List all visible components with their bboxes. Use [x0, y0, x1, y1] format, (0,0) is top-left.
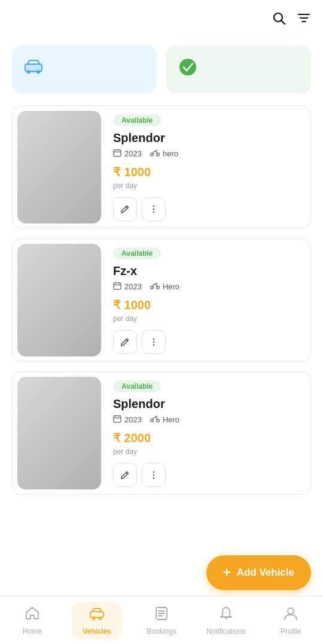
vehicle-card: Available Splendor 2023	[12, 105, 311, 229]
nav-item-home[interactable]: Home	[0, 606, 65, 636]
nav-item-notifications[interactable]: Notifications	[194, 606, 258, 636]
bike-icon	[150, 415, 160, 425]
vehicle-price: ₹ 1000	[113, 298, 303, 312]
bike-icon	[150, 149, 160, 159]
header	[0, 0, 323, 35]
nav-label-vehicles: Vehicles	[83, 627, 111, 636]
nav-label-home: Home	[23, 627, 42, 636]
vehicle-card: Available Fz-x 2023	[12, 238, 311, 362]
nav-active-bg: Vehicles	[72, 602, 122, 639]
nav-item-vehicles[interactable]: Vehicles	[65, 602, 129, 639]
svg-point-38	[153, 474, 155, 476]
year-meta: 2023	[113, 282, 142, 292]
calendar-icon	[113, 415, 121, 425]
svg-point-7	[27, 70, 31, 74]
svg-point-17	[153, 205, 155, 207]
brand-meta: Hero	[150, 282, 179, 292]
svg-point-41	[92, 617, 95, 619]
svg-point-8	[36, 70, 40, 74]
add-icon: +	[223, 565, 231, 580]
nav-icon-bookings	[154, 606, 169, 625]
svg-rect-30	[114, 416, 121, 422]
vehicle-actions	[113, 463, 303, 487]
svg-line-26	[126, 340, 128, 341]
svg-point-28	[153, 341, 155, 343]
vehicle-info: Available Fz-x 2023	[106, 239, 310, 361]
svg-point-37	[153, 471, 155, 473]
available-card	[166, 46, 311, 93]
edit-button[interactable]	[113, 330, 137, 354]
add-vehicle-label: Add Vehicle	[237, 567, 294, 579]
svg-rect-20	[114, 283, 121, 289]
vehicle-meta: 2023 Hero	[113, 282, 303, 292]
svg-rect-40	[90, 612, 103, 618]
more-options-button[interactable]	[142, 197, 166, 221]
nav-label-bookings: Bookings	[147, 627, 176, 636]
more-options-button[interactable]	[142, 330, 166, 354]
bike-icon	[150, 282, 160, 292]
header-icons	[272, 11, 311, 29]
nav-item-bookings[interactable]: Bookings	[129, 606, 194, 636]
vehicle-actions	[113, 330, 303, 354]
svg-point-27	[153, 338, 155, 340]
vehicle-image	[17, 377, 101, 489]
svg-point-18	[153, 208, 155, 210]
svg-point-9	[179, 59, 196, 75]
vehicle-image	[17, 244, 101, 356]
vehicle-card: Available Splendor 2023	[12, 371, 311, 495]
year-meta: 2023	[113, 149, 142, 159]
svg-point-19	[153, 211, 155, 213]
brand-meta: hero	[150, 149, 178, 159]
vehicle-price: ₹ 2000	[113, 431, 303, 445]
filter-icon[interactable]	[297, 11, 311, 29]
edit-button[interactable]	[113, 463, 137, 487]
available-badge: Available	[113, 247, 161, 259]
total-vehicles-card	[12, 46, 157, 93]
price-label: per day	[113, 448, 303, 456]
nav-icon-profile	[283, 606, 298, 625]
svg-line-36	[126, 473, 128, 474]
vehicle-price: ₹ 1000	[113, 165, 303, 179]
check-circle-icon	[177, 56, 199, 83]
year-meta: 2023	[113, 415, 142, 425]
vehicle-name: Splendor	[113, 397, 303, 411]
price-label: per day	[113, 182, 303, 190]
available-badge: Available	[113, 380, 161, 392]
svg-line-1	[282, 21, 285, 25]
vehicle-meta: 2023 Hero	[113, 415, 303, 425]
svg-point-42	[99, 617, 101, 619]
vehicle-name: Fz-x	[113, 264, 303, 278]
available-badge: Available	[113, 114, 161, 126]
calendar-icon	[113, 149, 121, 159]
vehicle-name: Splendor	[113, 131, 303, 145]
vehicles-list: Available Splendor 2023	[0, 99, 323, 501]
nav-item-profile[interactable]: Profile	[258, 606, 323, 636]
edit-button[interactable]	[113, 197, 137, 221]
add-vehicle-button[interactable]: + Add Vehicle	[206, 555, 311, 590]
svg-rect-10	[114, 150, 121, 156]
svg-point-47	[288, 608, 294, 614]
vehicle-meta: 2023 hero	[113, 149, 303, 159]
vehicle-info: Available Splendor 2023	[106, 372, 310, 494]
car-icon	[23, 56, 44, 83]
svg-point-39	[153, 477, 155, 479]
nav-icon-notifications	[218, 606, 234, 625]
search-icon[interactable]	[272, 11, 286, 29]
nav-label-notifications: Notifications	[206, 627, 245, 636]
more-options-button[interactable]	[142, 463, 166, 487]
vehicle-actions	[113, 197, 303, 221]
nav-label-profile: Profile	[281, 627, 301, 636]
vehicle-image	[17, 111, 101, 223]
stats-row	[0, 35, 323, 99]
brand-meta: Hero	[150, 415, 179, 425]
bottom-nav: Home Vehicles Bookings Notifications P	[0, 596, 323, 644]
calendar-icon	[113, 282, 121, 292]
nav-icon-vehicles	[89, 606, 105, 625]
svg-line-16	[126, 207, 128, 208]
nav-icon-home	[25, 606, 40, 625]
vehicle-info: Available Splendor 2023	[106, 106, 310, 228]
svg-point-29	[153, 344, 155, 346]
price-label: per day	[113, 315, 303, 323]
